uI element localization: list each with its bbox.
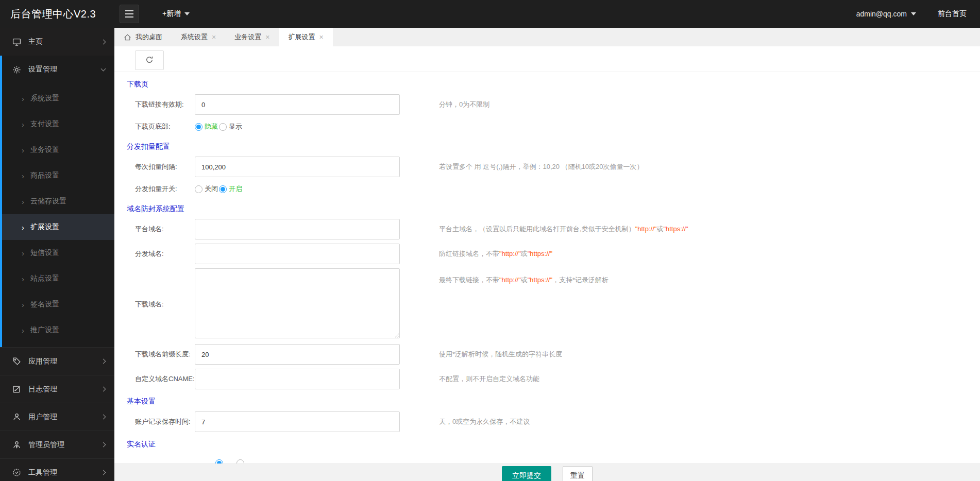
radio-option-show[interactable]: 显示 — [219, 122, 242, 131]
sidebar-item-app-management[interactable]: 应用管理 — [0, 347, 114, 375]
section-title-domain-config: 域名防封系统配置 — [127, 204, 980, 214]
footer-action-bar: 立即提交 重置 — [114, 463, 980, 481]
tab-business-settings[interactable]: 业务设置 × — [225, 28, 279, 46]
field-hint: 平台主域名，（设置以后只能用此域名打开前台,类似于安全机制）"http://"或… — [439, 225, 688, 234]
chevron-right-icon: › — [22, 274, 24, 283]
sidebar-item-admin-management[interactable]: 管理员管理 — [0, 431, 114, 458]
dispatch-domain-input[interactable] — [195, 244, 400, 264]
new-dropdown-button[interactable]: +新增 — [162, 9, 190, 19]
field-label: 下载链接有效期: — [114, 100, 174, 109]
form-row-link-expiry: 下载链接有效期: 分钟，0为不限制 — [114, 94, 980, 115]
radio-selected-icon[interactable] — [195, 123, 202, 131]
field-label: 分发域名: — [114, 249, 174, 259]
sidebar-item-goods-settings[interactable]: ›商品设置 — [2, 163, 114, 188]
field-hint: 使用*泛解析时候，随机生成的字符串长度 — [439, 350, 562, 359]
sidebar-item-settings[interactable]: 设置管理 — [2, 56, 114, 83]
form-row-deduct-interval: 每次扣量间隔: 若设置多个 用 逗号(,)隔开，举例：10,20 （随机10或2… — [114, 157, 980, 177]
sidebar-item-sms-settings[interactable]: ›短信设置 — [2, 240, 114, 266]
caret-down-icon — [184, 12, 190, 15]
link-expiry-input[interactable] — [195, 94, 400, 115]
field-hint: 防红链接域名，不带"http://"或"https://" — [439, 249, 552, 259]
tab-label: 扩展设置 — [288, 32, 315, 42]
sidebar-item-user-management[interactable]: 用户管理 — [0, 403, 114, 431]
reset-button[interactable]: 重置 — [563, 466, 593, 481]
sidebar-group-settings: 设置管理 ›系统设置 ›支付设置 ›业务设置 ›商品设置 ›云储存设置 ›扩展设… — [0, 56, 114, 347]
close-icon[interactable]: × — [212, 33, 216, 41]
close-icon[interactable]: × — [319, 33, 323, 41]
sidebar-item-home[interactable]: 主页 — [0, 28, 114, 56]
chevron-down-icon — [101, 66, 106, 72]
section-title-basic-settings: 基本设置 — [127, 397, 980, 406]
tab-system-settings[interactable]: 系统设置 × — [172, 28, 225, 46]
sidebar-item-system-settings[interactable]: ›系统设置 — [2, 85, 114, 111]
sidebar-item-label: 主页 — [28, 37, 102, 46]
content-panel: 下载页 下载链接有效期: 分钟，0为不限制 下载页底部: 隐藏 显示 分发扣量配… — [114, 46, 980, 481]
toolbar — [114, 46, 980, 72]
cname-input[interactable] — [195, 369, 400, 389]
edit-square-icon — [12, 385, 21, 393]
form-row-page-footer: 下载页底部: 隐藏 显示 — [114, 119, 980, 134]
radio-option-hide[interactable]: 隐藏 — [195, 122, 218, 131]
record-keep-input[interactable] — [195, 411, 400, 432]
form-row-platform-domain: 平台域名: 平台主域名，（设置以后只能用此域名打开前台,类似于安全机制）"htt… — [114, 219, 980, 239]
sidebar-item-site-settings[interactable]: ›站点设置 — [2, 266, 114, 291]
radio-icon[interactable] — [195, 185, 202, 193]
sidebar-item-extension-settings[interactable]: ›扩展设置 — [2, 214, 114, 240]
field-hint: 分钟，0为不限制 — [439, 100, 489, 109]
chevron-right-icon: › — [22, 223, 24, 232]
sidebar-item-cloud-storage-settings[interactable]: ›云储存设置 — [2, 188, 114, 214]
field-label: 平台域名: — [114, 225, 174, 234]
radio-selected-icon[interactable] — [219, 185, 227, 193]
sidebar-item-promotion-settings[interactable]: ›推广设置 — [2, 317, 114, 343]
admin-user-icon — [12, 440, 21, 449]
chevron-right-icon — [101, 470, 106, 475]
radio-option-off[interactable]: 关闭 — [195, 184, 218, 194]
deduct-interval-input[interactable] — [195, 157, 400, 177]
form-row-download-domain: 下载域名: 最终下载链接，不带"http://"或"https://"，支持*记… — [114, 268, 980, 340]
refresh-icon — [145, 55, 154, 66]
radio-option-on[interactable]: 开启 — [219, 184, 242, 194]
field-label: 自定义域名CNAME: — [114, 374, 174, 384]
sidebar-item-payment-settings[interactable]: ›支付设置 — [2, 111, 114, 137]
frontend-home-link[interactable]: 前台首页 — [938, 9, 967, 19]
settings-submenu: ›系统设置 ›支付设置 ›业务设置 ›商品设置 ›云储存设置 ›扩展设置 ›短信… — [2, 83, 114, 347]
deduct-switch-radio-group: 关闭 开启 — [195, 184, 242, 194]
field-hint: 最终下载链接，不带"http://"或"https://"，支持*记录泛解析 — [439, 268, 609, 285]
monitor-icon — [12, 38, 21, 46]
field-label: 下载域名: — [114, 300, 174, 309]
sidebar-item-label: 应用管理 — [28, 357, 102, 366]
tab-my-desktop[interactable]: 我的桌面 — [114, 28, 172, 46]
sidebar-item-tool-management[interactable]: 工具管理 — [0, 458, 114, 481]
sidebar-item-log-management[interactable]: 日志管理 — [0, 375, 114, 403]
sidebar: 主页 设置管理 ›系统设置 ›支付设置 ›业务设置 ›商品设置 ›云储存设置 ›… — [0, 28, 114, 481]
section-title-download-page: 下载页 — [127, 80, 980, 89]
tab-label: 业务设置 — [234, 32, 261, 42]
sidebar-item-signature-settings[interactable]: ›签名设置 — [2, 291, 114, 317]
field-label: 下载页底部: — [114, 122, 174, 131]
section-title-deduct-config: 分发扣量配置 — [127, 142, 980, 151]
extension-settings-form: 下载页 下载链接有效期: 分钟，0为不限制 下载页底部: 隐藏 显示 分发扣量配… — [114, 80, 980, 467]
tab-extension-settings[interactable]: 扩展设置 × — [279, 28, 332, 46]
chevron-right-icon — [101, 387, 106, 392]
home-icon — [124, 33, 131, 41]
chevron-right-icon: › — [22, 326, 24, 335]
form-row-record-keep: 账户记录保存时间: 天，0或空为永久保存，不建议 — [114, 411, 980, 432]
download-domain-textarea[interactable] — [195, 268, 400, 338]
sidebar-item-business-settings[interactable]: ›业务设置 — [2, 137, 114, 163]
field-label: 账户记录保存时间: — [114, 417, 174, 426]
sidebar-item-label: 设置管理 — [28, 65, 102, 74]
radio-icon[interactable] — [219, 123, 227, 131]
platform-domain-input[interactable] — [195, 219, 400, 239]
prefix-length-input[interactable] — [195, 344, 400, 365]
field-hint: 若设置多个 用 逗号(,)隔开，举例：10,20 （随机10或20次偷量一次） — [439, 162, 644, 171]
sidebar-item-label: 工具管理 — [28, 468, 102, 477]
gear-icon — [12, 65, 21, 74]
new-dropdown-label: +新增 — [162, 9, 181, 19]
refresh-button[interactable] — [135, 50, 164, 70]
form-row-deduct-switch: 分发扣量开关: 关闭 开启 — [114, 181, 980, 197]
close-icon[interactable]: × — [265, 33, 269, 41]
submit-button[interactable]: 立即提交 — [502, 466, 551, 481]
hamburger-button[interactable] — [120, 5, 139, 23]
chevron-right-icon: › — [22, 120, 24, 129]
user-menu[interactable]: admin@qq.com — [856, 10, 916, 18]
